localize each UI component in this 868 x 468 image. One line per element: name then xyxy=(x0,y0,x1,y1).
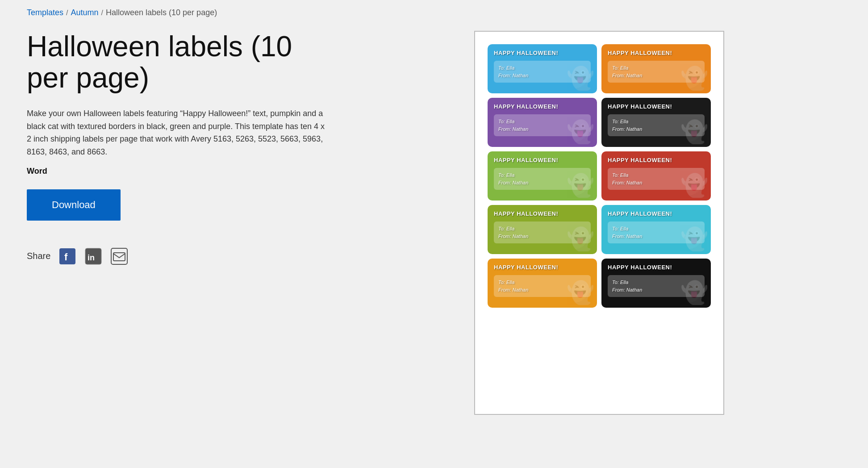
label-to: To: Ella xyxy=(612,225,700,233)
label-card: HAPPY HALLOWEEN! To: Ella From: Nathan xyxy=(601,205,711,254)
breadcrumb: Templates / Autumn / Halloween labels (1… xyxy=(27,8,841,17)
preview-panel: HAPPY HALLOWEEN! To: Ella From: Nathan H… xyxy=(357,31,841,415)
label-to: To: Ella xyxy=(498,64,586,72)
labels-grid: HAPPY HALLOWEEN! To: Ella From: Nathan H… xyxy=(488,44,711,308)
label-to: To: Ella xyxy=(612,279,700,286)
label-card: HAPPY HALLOWEEN! To: Ella From: Nathan xyxy=(488,205,597,254)
label-to: To: Ella xyxy=(612,118,700,125)
label-title: HAPPY HALLOWEEN! xyxy=(494,157,591,163)
label-card: HAPPY HALLOWEEN! To: Ella From: Nathan xyxy=(601,98,711,147)
breadcrumb-sep1: / xyxy=(66,9,68,17)
label-card: HAPPY HALLOWEEN! To: Ella From: Nathan xyxy=(601,44,711,93)
label-card: HAPPY HALLOWEEN! To: Ella From: Nathan xyxy=(601,151,711,201)
linkedin-share-icon[interactable]: in xyxy=(84,247,102,265)
label-to: To: Ella xyxy=(612,171,700,179)
label-card: HAPPY HALLOWEEN! To: Ella From: Nathan xyxy=(488,259,597,308)
label-title: HAPPY HALLOWEEN! xyxy=(608,264,705,271)
label-title: HAPPY HALLOWEEN! xyxy=(494,210,591,217)
label-from: From: Nathan xyxy=(612,72,700,79)
label-to: To: Ella xyxy=(498,279,586,286)
svg-rect-5 xyxy=(113,253,125,261)
label-title: HAPPY HALLOWEEN! xyxy=(608,50,705,56)
description: Make your own Halloween labels featuring… xyxy=(27,107,330,159)
email-share-icon[interactable] xyxy=(110,247,128,265)
label-card: HAPPY HALLOWEEN! To: Ella From: Nathan xyxy=(488,44,597,93)
preview-container: HAPPY HALLOWEEN! To: Ella From: Nathan H… xyxy=(474,31,724,415)
label-card: HAPPY HALLOWEEN! To: Ella From: Nathan xyxy=(488,151,597,201)
label-from: From: Nathan xyxy=(498,125,586,133)
svg-text:in: in xyxy=(88,253,95,262)
breadcrumb-sep2: / xyxy=(101,9,103,17)
label-title: HAPPY HALLOWEEN! xyxy=(494,264,591,271)
download-button[interactable]: Download xyxy=(27,189,121,221)
label-from: From: Nathan xyxy=(612,286,700,294)
file-type: Word xyxy=(27,167,330,176)
share-label: Share xyxy=(27,251,50,261)
label-to: To: Ella xyxy=(498,171,586,179)
label-title: HAPPY HALLOWEEN! xyxy=(608,103,705,110)
label-title: HAPPY HALLOWEEN! xyxy=(608,157,705,163)
breadcrumb-current: Halloween labels (10 per page) xyxy=(106,8,217,17)
label-from: From: Nathan xyxy=(498,72,586,79)
label-from: From: Nathan xyxy=(498,286,586,294)
label-from: From: Nathan xyxy=(498,179,586,187)
label-to: To: Ella xyxy=(498,225,586,233)
label-card: HAPPY HALLOWEEN! To: Ella From: Nathan xyxy=(488,98,597,147)
share-row: Share f in xyxy=(27,247,330,265)
breadcrumb-templates-link[interactable]: Templates xyxy=(27,8,63,17)
label-from: From: Nathan xyxy=(612,125,700,133)
label-from: From: Nathan xyxy=(498,233,586,240)
svg-text:f: f xyxy=(64,251,68,263)
label-title: HAPPY HALLOWEEN! xyxy=(494,103,591,110)
page-title: Halloween labels (10 per page) xyxy=(27,31,330,94)
label-from: From: Nathan xyxy=(612,233,700,240)
label-to: To: Ella xyxy=(498,118,586,125)
label-card: HAPPY HALLOWEEN! To: Ella From: Nathan xyxy=(601,259,711,308)
facebook-share-icon[interactable]: f xyxy=(58,247,76,265)
label-to: To: Ella xyxy=(612,64,700,72)
breadcrumb-autumn-link[interactable]: Autumn xyxy=(71,8,99,17)
label-title: HAPPY HALLOWEEN! xyxy=(608,210,705,217)
label-title: HAPPY HALLOWEEN! xyxy=(494,50,591,56)
label-from: From: Nathan xyxy=(612,179,700,187)
